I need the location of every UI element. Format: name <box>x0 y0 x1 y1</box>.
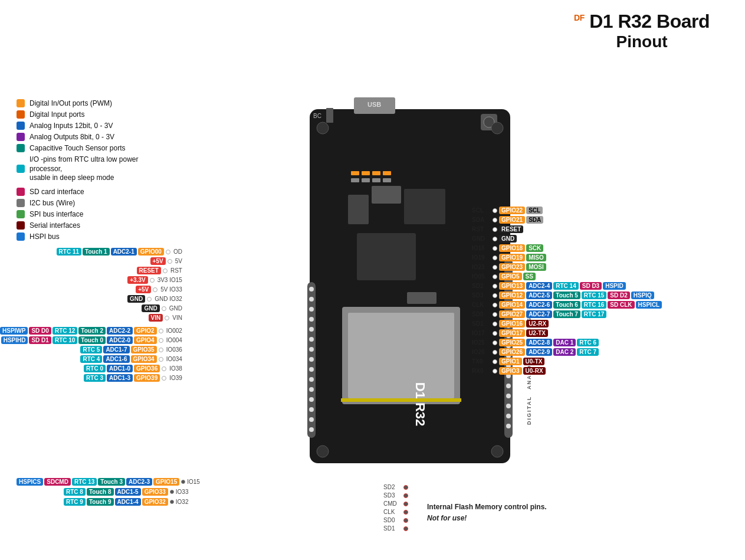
pin-row-gpio4: HSPIHD SD D1 RTC 10 Touch 0 ADC2-0 GPIO4… <box>0 336 182 344</box>
left-labels: RTC 11 Touch 1 ADC2-1 GPIO00 OD +5V 5V R… <box>0 248 182 384</box>
pin-row-flash-sd1: SD1 <box>383 525 409 532</box>
legend-item-serial: Serial interfaces <box>17 221 159 230</box>
pin-row-sda: SDA GPIO21 SDA <box>472 216 662 224</box>
svg-point-56 <box>506 394 511 398</box>
svg-rect-22 <box>362 178 370 182</box>
pin-row-gnd-io32: GND GND IO32 <box>0 295 182 303</box>
legend-color-sd <box>17 188 25 196</box>
svg-point-39 <box>309 407 314 412</box>
pin-row-gnd-top: GND GND <box>472 235 662 243</box>
legend-item-hspi: HSPI bus <box>17 232 159 241</box>
svg-point-5 <box>317 122 329 134</box>
svg-rect-18 <box>362 171 370 175</box>
svg-point-31 <box>309 327 314 332</box>
pin-row-gpio2: HSPIWP SD D0 RTC 12 Touch 2 ADC2-2 GPIO2… <box>0 327 182 335</box>
legend-item-pwm: Digital In/Out ports (PWM) <box>17 99 159 107</box>
pin-row-gpio39: RTC 3 ADC1-3 GPIO39 IO39 <box>0 374 182 382</box>
svg-point-36 <box>309 377 314 382</box>
legend-color-pwm <box>17 99 25 107</box>
pin-row-sd2: SD2 GPIO13 ADC2-4 RTC 14 SD D3 HSPID <box>472 282 662 290</box>
svg-point-28 <box>309 297 314 302</box>
pin-row-5v: +5V 5V <box>0 257 182 265</box>
svg-point-8 <box>491 446 503 457</box>
svg-text:BC: BC <box>313 113 321 119</box>
svg-rect-25 <box>407 292 437 304</box>
svg-point-58 <box>506 414 511 418</box>
svg-point-35 <box>309 367 314 372</box>
legend-color-touch <box>17 144 25 152</box>
pin-row-5v-io33: +5V 5V IO33 <box>0 286 182 293</box>
legend-item-i2c: I2C bus (Wire) <box>17 199 159 207</box>
flash-pins: SD2 SD3 CMD CLK SD0 SD1 <box>383 484 409 533</box>
svg-rect-23 <box>372 178 380 182</box>
pin-row-io16: SD1 GPIO16 U2-RX <box>472 320 662 328</box>
pin-row-sd3: SD3 GPIO12 ADC2-5 Touch 5 RTC 15 SD D2 H… <box>472 292 662 299</box>
svg-point-34 <box>309 357 314 362</box>
svg-point-29 <box>309 307 314 312</box>
svg-rect-63 <box>326 108 333 123</box>
pin-row-scl: SCL GPIO22 SCL <box>472 207 662 214</box>
pin-row-flash-sd2: SD2 <box>383 484 409 490</box>
svg-rect-11 <box>341 398 461 402</box>
df-brand: DF <box>574 13 585 22</box>
pin-row-io18: IO18 GPIO18 SCK <box>472 244 662 252</box>
pin-row-gpio35: RTC 5 ADC1-7 GPIO35 IO036 <box>0 346 182 353</box>
svg-point-6 <box>491 122 503 134</box>
svg-point-40 <box>309 417 314 422</box>
pin-row-tx0: TX0 GPIO1 U0-TX <box>472 358 662 365</box>
svg-point-27 <box>309 287 314 292</box>
pin-row-gpio36: RTC 0 ADC1-0 GPIO36 IO38 <box>0 365 182 372</box>
pin-row-io25: IO25 GPIO25 ADC2-8 DAC 1 RTC 6 <box>472 339 662 346</box>
pin-row-flash-clk: CLK <box>383 509 409 515</box>
pin-row-reset-left: RESET RST <box>0 267 182 274</box>
pin-row-io14: CLK GPIO14 ADC2-6 Touch 6 RTC 16 SD CLK … <box>472 301 662 309</box>
pin-row-rx0: RX0 GPIO3 U0-RX <box>472 367 662 375</box>
pin-row-io05: IO05 GPIO5 SS <box>472 273 662 280</box>
legend-color-spi <box>17 210 25 218</box>
svg-rect-10 <box>348 313 454 398</box>
svg-rect-17 <box>351 171 359 175</box>
pin-row-io23: IO23 GPIO23 MOSI <box>472 263 662 271</box>
pin-row-io27: SD0 GPIO27 ADC2-7 Touch 7 RTC 17 <box>472 310 662 318</box>
legend-item-analog-out: Analog Outputs 8bit, 0 - 3V <box>17 133 159 141</box>
svg-point-37 <box>309 387 314 392</box>
pin-row-gpio32: RTC 9 Touch 9 ADC1-4 GPIO32 IO32 <box>17 498 200 506</box>
legend-color-analog-in <box>17 122 25 130</box>
legend-color-analog-out <box>17 133 25 141</box>
pin-row-gpio15: HSPICS SDCMD RTC 13 Touch 3 ADC2-3 GPIO1… <box>17 478 200 486</box>
legend-color-i2c <box>17 199 25 207</box>
svg-text:USB: USB <box>367 101 381 108</box>
svg-rect-21 <box>351 178 359 182</box>
pin-row-gpio33: RTC 8 Touch 8 ADC1-5 GPIO33 IO33 <box>17 488 200 496</box>
svg-text:DIGITAL: DIGITAL <box>526 396 532 425</box>
pin-row-io17: IO17 GPIO17 U2-TX <box>472 329 662 337</box>
pinout-subtitle: Pinout <box>574 32 710 51</box>
right-labels-top: SCL GPIO22 SCL SDA GPIO21 SDA RST RESET … <box>472 207 662 376</box>
svg-rect-20 <box>383 171 391 175</box>
legend-color-rtc <box>17 165 25 173</box>
pin-row-flash-cmd: CMD <box>383 500 409 507</box>
svg-point-41 <box>309 427 314 432</box>
svg-rect-24 <box>383 178 391 182</box>
legend-item-analog-in: Analog Inputs 12bit, 0 - 3V <box>17 122 159 130</box>
svg-point-32 <box>309 337 314 342</box>
pin-row-33v: +3.3V 3V3 IO15 <box>0 276 182 284</box>
pin-row-flash-sd0: SD0 <box>383 517 409 523</box>
legend-item-rtc: I/O -pins from RTC ultra low power proce… <box>17 155 159 183</box>
svg-text:D1 R32: D1 R32 <box>413 382 428 427</box>
legend-color-hspi <box>17 232 25 241</box>
legend-color-digital-in <box>17 110 25 119</box>
svg-point-38 <box>309 397 314 402</box>
flash-note: Internal Flash Memory control pins. Not … <box>427 484 547 533</box>
legend: Digital In/Out ports (PWM) Digital Input… <box>17 99 159 244</box>
svg-point-33 <box>309 347 314 352</box>
svg-rect-13 <box>357 233 416 280</box>
svg-point-57 <box>506 404 511 408</box>
title-area: DF D1 R32 Board Pinout <box>574 11 710 51</box>
legend-color-serial <box>17 221 25 230</box>
legend-item-touch: Capacitive Touch Sensor ports <box>17 144 159 152</box>
flash-memory-section: SD2 SD3 CMD CLK SD0 SD1 <box>383 484 547 533</box>
pin-row-io26: IO26 GPIO26 ADC2-9 DAC 2 RTC 7 <box>472 348 662 356</box>
legend-item-sd: SD card interface <box>17 188 159 196</box>
svg-rect-15 <box>372 186 401 204</box>
